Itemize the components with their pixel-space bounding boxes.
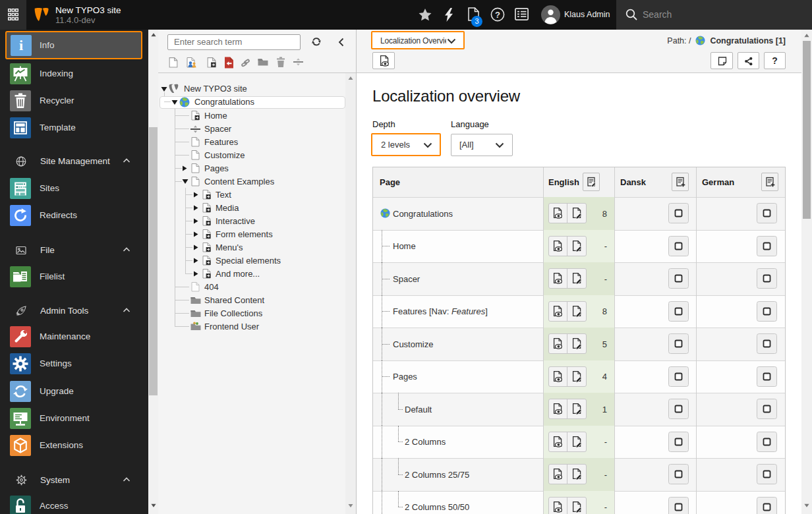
svg-text:?: ?	[495, 10, 500, 20]
